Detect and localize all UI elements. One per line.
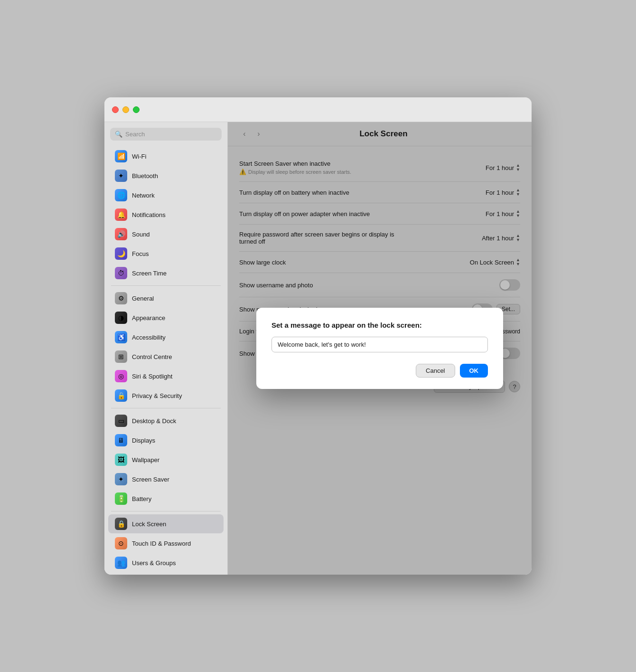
sidebar-item-battery[interactable]: 🔋Battery <box>108 489 224 508</box>
sidebar-item-general[interactable]: ⚙General <box>108 289 224 308</box>
general-icon: ⚙ <box>115 292 127 304</box>
sidebar-divider <box>111 408 221 408</box>
notifications-icon: 🔔 <box>115 208 127 221</box>
sidebar-item-label-wallpaper: Wallpaper <box>132 456 159 464</box>
desktop-icon: ▭ <box>115 415 127 427</box>
sidebar: 🔍 Search 📶Wi-Fi✦Bluetooth🌐Network🔔Notifi… <box>104 122 228 575</box>
sidebar-item-desktop[interactable]: ▭Desktop & Dock <box>108 411 224 430</box>
sidebar-item-privacy[interactable]: 🔒Privacy & Security <box>108 386 224 405</box>
sidebar-item-controlcenter[interactable]: ⊞Control Centre <box>108 347 224 366</box>
sidebar-item-label-desktop: Desktop & Dock <box>132 417 176 425</box>
sidebar-item-label-screentime: Screen Time <box>132 270 167 277</box>
titlebar <box>104 97 532 122</box>
close-button[interactable] <box>112 106 119 113</box>
search-bar[interactable]: 🔍 Search <box>110 128 222 141</box>
modal-message-input[interactable] <box>271 337 488 352</box>
users-icon: 👥 <box>115 557 127 569</box>
sidebar-item-screentime[interactable]: ⏱Screen Time <box>108 264 224 283</box>
controlcenter-icon: ⊞ <box>115 350 127 363</box>
sidebar-item-label-bluetooth: Bluetooth <box>132 172 158 180</box>
modal-dialog: Set a message to appear on the lock scre… <box>256 308 503 389</box>
maximize-button[interactable] <box>133 106 140 113</box>
sidebar-item-screensaver[interactable]: ✦Screen Saver <box>108 470 224 489</box>
sidebar-item-focus[interactable]: 🌙Focus <box>108 244 224 263</box>
appearance-icon: ◑ <box>115 312 127 324</box>
battery-icon: 🔋 <box>115 492 127 505</box>
sidebar-item-accessibility[interactable]: ♿Accessibility <box>108 328 224 347</box>
sidebar-item-wifi[interactable]: 📶Wi-Fi <box>108 147 224 166</box>
network-icon: 🌐 <box>115 189 127 201</box>
sidebar-item-label-displays: Displays <box>132 437 155 444</box>
app-window: 🔍 Search 📶Wi-Fi✦Bluetooth🌐Network🔔Notifi… <box>104 97 532 575</box>
sidebar-item-appearance[interactable]: ◑Appearance <box>108 308 224 327</box>
displays-icon: 🖥 <box>115 434 127 446</box>
bluetooth-icon: ✦ <box>115 170 127 182</box>
search-placeholder: Search <box>125 131 145 138</box>
sidebar-item-label-screensaver: Screen Saver <box>132 476 169 483</box>
sidebar-item-bluetooth[interactable]: ✦Bluetooth <box>108 166 224 185</box>
content-area: 🔍 Search 📶Wi-Fi✦Bluetooth🌐Network🔔Notifi… <box>104 122 532 575</box>
sidebar-item-touchid[interactable]: ⊙Touch ID & Password <box>108 534 224 553</box>
accessibility-icon: ♿ <box>115 331 127 343</box>
sidebar-divider <box>111 285 221 286</box>
screentime-icon: ⏱ <box>115 267 127 279</box>
focus-icon: 🌙 <box>115 247 127 260</box>
modal-ok-button[interactable]: OK <box>460 364 488 378</box>
privacy-icon: 🔒 <box>115 389 127 402</box>
sidebar-items: 📶Wi-Fi✦Bluetooth🌐Network🔔Notifications🔊S… <box>104 144 227 575</box>
sidebar-item-label-sound: Sound <box>132 231 150 238</box>
sidebar-item-wallpaper[interactable]: 🖼Wallpaper <box>108 450 224 469</box>
sidebar-item-label-general: General <box>132 295 154 302</box>
main-content: ‹ › Lock Screen Start Screen Saver when … <box>228 122 532 575</box>
modal-buttons: Cancel OK <box>271 364 488 378</box>
sidebar-item-displays[interactable]: 🖥Displays <box>108 431 224 450</box>
search-icon: 🔍 <box>115 131 122 138</box>
sound-icon: 🔊 <box>115 228 127 240</box>
sidebar-item-notifications[interactable]: 🔔Notifications <box>108 205 224 224</box>
sidebar-item-label-focus: Focus <box>132 250 149 257</box>
sidebar-item-label-lockscreen: Lock Screen <box>132 521 166 528</box>
touchid-icon: ⊙ <box>115 537 127 549</box>
sidebar-item-label-notifications: Notifications <box>132 211 166 218</box>
sidebar-item-label-siri: Siri & Spotlight <box>132 373 172 380</box>
sidebar-item-label-touchid: Touch ID & Password <box>132 540 191 547</box>
sidebar-item-label-battery: Battery <box>132 495 151 502</box>
sidebar-item-label-appearance: Appearance <box>132 314 165 322</box>
sidebar-item-label-wifi: Wi-Fi <box>132 153 146 160</box>
wallpaper-icon: 🖼 <box>115 454 127 466</box>
sidebar-item-label-accessibility: Accessibility <box>132 334 166 341</box>
sidebar-item-label-users: Users & Groups <box>132 559 176 567</box>
sidebar-item-siri[interactable]: ◎Siri & Spotlight <box>108 367 224 386</box>
sidebar-item-sound[interactable]: 🔊Sound <box>108 225 224 244</box>
modal-cancel-button[interactable]: Cancel <box>416 364 455 378</box>
sidebar-item-lockscreen[interactable]: 🔒Lock Screen <box>108 514 224 533</box>
lockscreen-icon: 🔒 <box>115 518 127 530</box>
sidebar-item-label-privacy: Privacy & Security <box>132 392 182 399</box>
traffic-lights <box>112 106 140 113</box>
modal-title: Set a message to appear on the lock scre… <box>271 321 488 329</box>
sidebar-item-network[interactable]: 🌐Network <box>108 186 224 205</box>
sidebar-item-label-network: Network <box>132 192 155 199</box>
minimize-button[interactable] <box>122 106 129 113</box>
siri-icon: ◎ <box>115 370 127 382</box>
sidebar-item-label-controlcenter: Control Centre <box>132 353 172 360</box>
modal-overlay: Set a message to appear on the lock scre… <box>228 122 532 575</box>
sidebar-item-users[interactable]: 👥Users & Groups <box>108 553 224 572</box>
sidebar-divider <box>111 511 221 511</box>
screensaver-icon: ✦ <box>115 473 127 485</box>
wifi-icon: 📶 <box>115 150 127 162</box>
